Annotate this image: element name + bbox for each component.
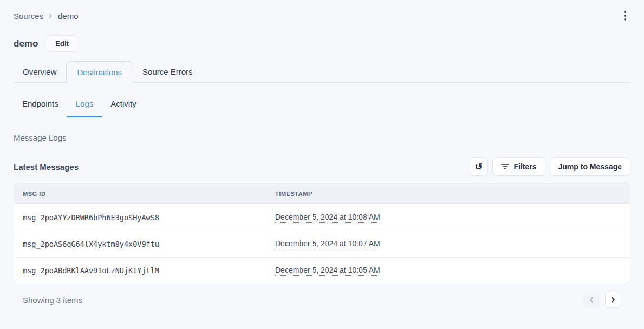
timestamp-value[interactable]: December 5, 2024 at 10:07 AM [275,239,380,249]
title-row: demo Edit [14,35,630,52]
subtab-endpoints[interactable]: Endpoints [14,99,67,117]
items-summary: Showing 3 items [23,295,82,305]
prev-page-button [583,292,600,308]
edit-button[interactable]: Edit [47,35,77,52]
next-page-button[interactable] [605,292,621,308]
filters-button-label: Filters [514,162,537,171]
breadcrumb-current: demo [58,11,79,21]
breadcrumb: Sources demo [14,11,79,21]
column-header-msg-id: MSG ID [14,190,261,197]
breadcrumb-sources-link[interactable]: Sources [14,11,43,21]
section-label: Message Logs [14,133,630,142]
timestamp-value[interactable]: December 5, 2024 at 10:08 AM [275,213,380,223]
kebab-menu-icon[interactable] [620,9,630,23]
chevron-right-icon [611,297,615,303]
table-footer: Showing 3 items [14,292,630,308]
destination-subtabs: Endpoints Logs Activity [14,99,630,117]
timestamp-cell: December 5, 2024 at 10:07 AM [261,239,630,249]
table-header-row: MSG ID TIMESTAMP [14,183,630,204]
filter-icon [501,163,509,170]
timestamp-cell: December 5, 2024 at 10:05 AM [261,265,630,276]
refresh-icon: ↺ [474,162,482,172]
pagination [583,292,621,308]
latest-messages-header: Latest Messages ↺ Filters Jump to Messag… [14,157,630,176]
topbar: Sources demo [14,0,630,21]
timestamp-value[interactable]: December 5, 2024 at 10:05 AM [275,266,380,276]
subtab-logs[interactable]: Logs [67,99,102,117]
tab-destinations[interactable]: Destinations [66,61,134,83]
latest-messages-title: Latest Messages [14,162,79,172]
jump-to-message-button[interactable]: Jump to Message [550,157,630,176]
msg-id-cell: msg_2poAYYzDRWR6bPh6E3goSHyAwS8 [14,213,261,222]
tab-source-errors[interactable]: Source Errors [133,61,202,82]
tab-overview[interactable]: Overview [14,61,66,82]
timestamp-cell: December 5, 2024 at 10:08 AM [261,212,630,223]
refresh-button[interactable]: ↺ [470,157,488,176]
msg-id-cell: msg_2poAS6qG64lX4yktm8y4x0V9ftu [14,240,261,248]
column-header-timestamp: TIMESTAMP [261,190,630,197]
page-title: demo [14,38,38,49]
jump-to-message-label: Jump to Message [558,162,622,171]
subtab-activity[interactable]: Activity [102,99,145,117]
table-row[interactable]: msg_2poAS6qG64lX4yktm8y4x0V9ftu December… [14,231,630,257]
source-detail-page: Sources demo demo Edit Overview Destinat… [0,0,644,308]
chevron-left-icon [589,297,594,303]
table-row[interactable]: msg_2poABdRKlAAv91oLzNUjKIYjtlM December… [14,257,630,284]
filters-button[interactable]: Filters [492,157,545,176]
table-row[interactable]: msg_2poAYYzDRWR6bPh6E3goSHyAwS8 December… [14,204,630,231]
chevron-right-icon [48,14,53,18]
messages-table: MSG ID TIMESTAMP msg_2poAYYzDRWR6bPh6E3g… [14,183,630,284]
latest-messages-actions: ↺ Filters Jump to Message [470,157,631,176]
msg-id-cell: msg_2poABdRKlAAv91oLzNUjKIYjtlM [14,266,261,275]
main-tabs: Overview Destinations Source Errors [14,61,630,83]
